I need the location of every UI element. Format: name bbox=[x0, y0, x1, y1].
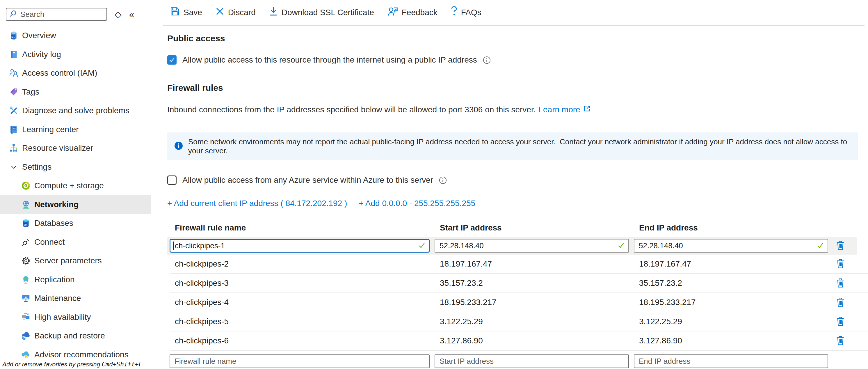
sidebar-item-connect[interactable]: Connect bbox=[0, 233, 151, 252]
delete-rule-button[interactable] bbox=[836, 297, 845, 308]
high-availability-icon bbox=[21, 312, 31, 322]
add-client-ip-link[interactable]: + Add current client IP address ( 84.172… bbox=[167, 199, 347, 208]
sidebar-item-label: Resource visualizer bbox=[22, 144, 93, 153]
add-rule-links: + Add current client IP address ( 84.172… bbox=[167, 199, 868, 208]
valid-check-icon bbox=[617, 242, 625, 250]
sidebar-item-activity-log[interactable]: Activity log bbox=[0, 45, 151, 64]
sidebar-item-replication[interactable]: Replication bbox=[0, 270, 151, 289]
end-ip-cell bbox=[634, 239, 828, 253]
save-icon bbox=[170, 6, 180, 18]
end-ip-input[interactable] bbox=[634, 239, 828, 253]
rule-name-cell bbox=[169, 239, 430, 253]
sidebar-item-access-control[interactable]: Access control (IAM) bbox=[0, 64, 151, 83]
delete-rule-button[interactable] bbox=[836, 316, 845, 327]
sidebar-item-compute-storage[interactable]: $ Compute + storage bbox=[0, 176, 151, 195]
sidebar-item-server-parameters[interactable]: Server parameters bbox=[0, 251, 151, 270]
new-rule-name-input[interactable] bbox=[169, 355, 430, 368]
add-ip-range-link[interactable]: + Add 0.0.0.0 - 255.255.255.255 bbox=[359, 199, 475, 208]
sidebar-item-label: Diagnose and solve problems bbox=[22, 106, 129, 115]
sidebar-group-settings[interactable]: Settings bbox=[0, 158, 151, 177]
allow-public-access-checkbox[interactable] bbox=[167, 55, 177, 65]
trash-icon bbox=[836, 278, 845, 289]
save-label: Save bbox=[184, 8, 202, 17]
gear-icon bbox=[21, 256, 31, 266]
info-banner: Some network environments may not report… bbox=[167, 132, 858, 160]
firewall-description: Inbound connections from the IP addresse… bbox=[167, 105, 868, 114]
sidebar-item-learning-center[interactable]: 101 Learning center bbox=[0, 120, 151, 139]
sidebar-search-box[interactable] bbox=[6, 8, 107, 21]
svg-text:My: My bbox=[11, 36, 15, 38]
favorites-hint: Add or remove favorites by pressing Cmd+… bbox=[2, 361, 142, 368]
sidebar-item-label: Access control (IAM) bbox=[22, 68, 97, 78]
trash-icon bbox=[836, 259, 845, 270]
allow-public-access-row: Allow public access to this resource thr… bbox=[167, 55, 868, 65]
start-ip: 18.195.233.217 bbox=[435, 298, 634, 307]
download-ssl-button[interactable]: Download SSL Certificate bbox=[269, 6, 374, 18]
table-row: ch-clickpipes-5 3.122.25.29 3.122.25.29 bbox=[169, 312, 868, 332]
delete-rule-button[interactable] bbox=[836, 259, 845, 270]
sidebar-item-diagnose[interactable]: Diagnose and solve problems bbox=[0, 101, 151, 120]
sidebar-search-row: ◇ « bbox=[0, 0, 163, 21]
table-row: ch-clickpipes-6 3.127.86.90 3.127.86.90 bbox=[169, 332, 868, 351]
sidebar-item-resource-visualizer[interactable]: Resource visualizer bbox=[0, 139, 151, 158]
collapse-sidebar-icon[interactable]: « bbox=[129, 10, 134, 19]
delete-rule-button[interactable] bbox=[836, 278, 845, 289]
sidebar-item-label: Overview bbox=[22, 31, 56, 40]
end-ip: 18.197.167.47 bbox=[634, 259, 836, 269]
new-rule-name-cell bbox=[169, 355, 430, 368]
trash-icon bbox=[836, 240, 845, 251]
column-header-name: Firewall rule name bbox=[169, 223, 435, 233]
start-ip: 3.122.25.29 bbox=[435, 317, 634, 326]
info-icon[interactable] bbox=[439, 176, 447, 184]
sidebar-item-tags[interactable]: Tags bbox=[0, 83, 151, 101]
sidebar-item-backup-restore[interactable]: Backup and restore bbox=[0, 327, 151, 345]
sidebar-item-label: Settings bbox=[22, 162, 52, 172]
feedback-button[interactable]: Feedback bbox=[388, 6, 437, 18]
column-header-start-ip: Start IP address bbox=[435, 223, 634, 233]
sidebar-item-label: High availability bbox=[34, 312, 91, 322]
sidebar-item-label: Server parameters bbox=[34, 256, 102, 266]
diamond-icon[interactable]: ◇ bbox=[115, 10, 122, 19]
column-header-end-ip: End IP address bbox=[634, 223, 836, 233]
delete-rule-button[interactable] bbox=[836, 336, 845, 346]
delete-rule-button[interactable] bbox=[836, 240, 845, 251]
sidebar-item-high-availability[interactable]: High availability bbox=[0, 308, 151, 327]
sidebar-item-databases[interactable]: DB Databases bbox=[0, 214, 151, 233]
sidebar-item-maintenance[interactable]: Maintenance bbox=[0, 289, 151, 308]
search-input[interactable] bbox=[20, 9, 103, 19]
feedback-icon bbox=[388, 6, 398, 18]
rule-name: ch-clickpipes-3 bbox=[169, 278, 435, 288]
rule-name: ch-clickpipes-4 bbox=[169, 298, 435, 307]
learn-more-link[interactable]: Learn more bbox=[538, 105, 580, 114]
end-ip: 18.195.233.217 bbox=[634, 298, 836, 307]
diagnose-icon bbox=[9, 105, 19, 116]
maintenance-icon bbox=[21, 293, 31, 303]
discard-button[interactable]: Discard bbox=[216, 7, 256, 18]
connect-icon bbox=[21, 237, 31, 247]
rule-name-input[interactable] bbox=[169, 239, 430, 253]
sidebar-item-label: Maintenance bbox=[34, 294, 81, 303]
start-ip-input[interactable] bbox=[435, 239, 629, 253]
start-ip-cell bbox=[435, 239, 629, 253]
replication-globe-icon bbox=[21, 275, 31, 285]
table-row-new bbox=[169, 355, 868, 368]
text-caret bbox=[174, 242, 174, 250]
compute-storage-icon: $ bbox=[21, 181, 31, 191]
sidebar-item-overview[interactable]: My Overview bbox=[0, 26, 151, 45]
new-end-ip-input[interactable] bbox=[634, 355, 828, 368]
new-start-ip-input[interactable] bbox=[435, 355, 629, 368]
faqs-button[interactable]: FAQs bbox=[451, 6, 482, 18]
sidebar-item-label: Learning center bbox=[22, 125, 79, 134]
rule-name: ch-clickpipes-2 bbox=[169, 259, 435, 269]
allow-azure-services-checkbox[interactable] bbox=[167, 176, 177, 185]
faqs-label: FAQs bbox=[461, 8, 482, 17]
end-ip: 3.122.25.29 bbox=[634, 317, 836, 326]
azure-networking-page: ◇ « My Overview Activity log Access cont… bbox=[0, 0, 868, 369]
info-icon[interactable] bbox=[483, 56, 491, 64]
favorites-hint-keys: Cmd+Shift+F bbox=[102, 361, 142, 368]
sidebar-item-networking[interactable]: Networking bbox=[0, 195, 151, 214]
svg-text:$: $ bbox=[25, 185, 27, 187]
database-icon: DB bbox=[21, 218, 31, 228]
learning-center-icon: 101 bbox=[9, 125, 19, 134]
save-button[interactable]: Save bbox=[170, 6, 202, 18]
